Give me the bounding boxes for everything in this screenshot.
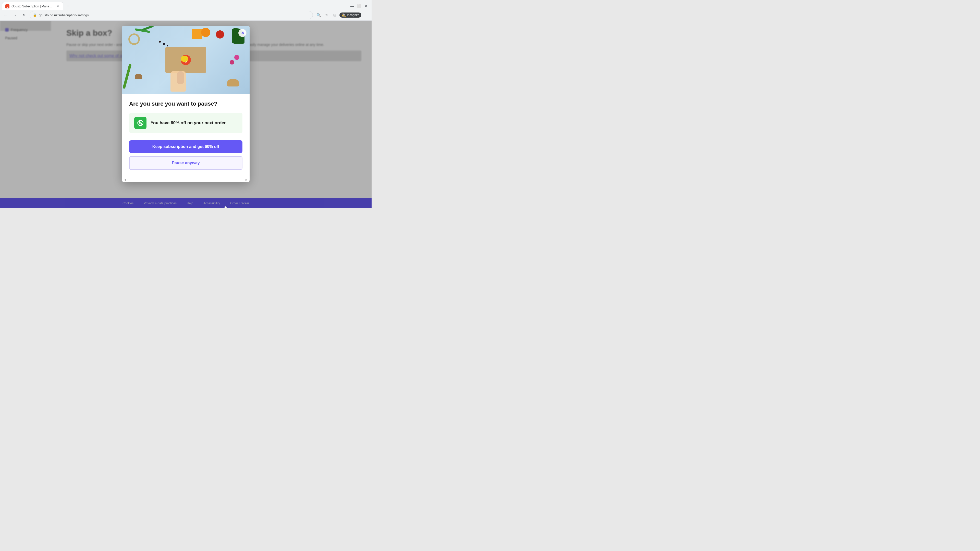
address-bar[interactable]: 🔒 gousto.co.uk/subscription-settings bbox=[30, 11, 313, 19]
forward-button[interactable]: → bbox=[11, 11, 18, 19]
food-tomato bbox=[216, 30, 224, 38]
search-icon[interactable]: 🔍 bbox=[315, 11, 322, 19]
page-background: Frequency Paused Skip a box? Pause or sk… bbox=[0, 21, 372, 208]
food-seed-3 bbox=[159, 41, 161, 43]
back-button[interactable]: ← bbox=[2, 11, 9, 19]
food-radish-1 bbox=[234, 55, 239, 60]
lock-icon: 🔒 bbox=[33, 13, 37, 17]
offer-box: You have 60% off on your next order bbox=[129, 113, 242, 133]
food-decoration: g bbox=[122, 26, 250, 94]
menu-icon[interactable]: ⋮ bbox=[363, 11, 369, 19]
tab-favicon: g bbox=[5, 4, 10, 8]
food-orange-1 bbox=[192, 29, 202, 39]
offer-icon bbox=[134, 117, 146, 129]
extension-icon[interactable]: ⊟ bbox=[331, 11, 339, 19]
browser-chrome: g Gousto Subscription | Manage Y... ✕ + … bbox=[0, 0, 372, 21]
toolbar-icons: 🔍 ☆ ⊟ 🕵 Incognito ⋮ bbox=[315, 11, 369, 19]
food-hand bbox=[170, 71, 186, 92]
modal-title: Are you sure you want to pause? bbox=[129, 100, 242, 108]
refresh-button[interactable]: ↻ bbox=[21, 11, 27, 19]
food-leek bbox=[123, 64, 132, 89]
address-bar-row: ← → ↻ 🔒 gousto.co.uk/subscription-settin… bbox=[0, 10, 372, 21]
pause-anyway-button[interactable]: Pause anyway bbox=[129, 156, 242, 170]
svg-point-2 bbox=[141, 123, 142, 124]
discount-icon bbox=[137, 119, 144, 127]
modal-image: g bbox=[122, 26, 250, 94]
url-text: gousto.co.uk/subscription-settings bbox=[39, 13, 310, 17]
food-mushroom bbox=[135, 74, 142, 79]
scroll-right-arrow[interactable]: ▶ bbox=[245, 178, 248, 181]
food-radish-2 bbox=[230, 60, 234, 65]
svg-point-1 bbox=[139, 121, 140, 122]
food-seed-1 bbox=[163, 43, 165, 45]
offer-text: You have 60% off on your next order bbox=[151, 120, 226, 126]
tab-title: Gousto Subscription | Manage Y... bbox=[11, 5, 54, 8]
food-orange-2 bbox=[201, 28, 210, 37]
incognito-label: Incognito bbox=[347, 13, 360, 17]
modal-scroll-nav: ◀ ▶ bbox=[122, 177, 250, 182]
modal-body: Are you sure you want to pause? Y bbox=[122, 94, 250, 177]
keep-subscription-label: Keep subscription and get 60% off bbox=[152, 144, 219, 149]
close-icon: ✕ bbox=[241, 30, 244, 35]
new-tab-button[interactable]: + bbox=[64, 3, 72, 10]
minimize-button[interactable]: — bbox=[350, 4, 354, 8]
food-bread bbox=[227, 79, 239, 86]
modal-close-button[interactable]: ✕ bbox=[239, 29, 247, 37]
active-tab[interactable]: g Gousto Subscription | Manage Y... ✕ bbox=[2, 2, 63, 10]
modal-overlay: g bbox=[0, 21, 372, 208]
food-pasta bbox=[128, 33, 140, 45]
tab-bar: g Gousto Subscription | Manage Y... ✕ + … bbox=[0, 0, 372, 10]
modal-dialog: g bbox=[122, 26, 250, 182]
window-controls: — ⬜ ✕ bbox=[350, 4, 369, 8]
pause-anyway-label: Pause anyway bbox=[172, 161, 200, 165]
bookmark-icon[interactable]: ☆ bbox=[323, 11, 330, 19]
maximize-button[interactable]: ⬜ bbox=[357, 4, 361, 8]
keep-subscription-button[interactable]: Keep subscription and get 60% off bbox=[129, 140, 242, 153]
tab-close-button[interactable]: ✕ bbox=[56, 4, 60, 8]
food-seed-2 bbox=[167, 45, 168, 46]
food-lemon bbox=[181, 56, 188, 62]
close-window-button[interactable]: ✕ bbox=[364, 4, 368, 8]
scroll-left-arrow[interactable]: ◀ bbox=[124, 178, 126, 181]
incognito-badge: 🕵 Incognito bbox=[339, 13, 361, 17]
